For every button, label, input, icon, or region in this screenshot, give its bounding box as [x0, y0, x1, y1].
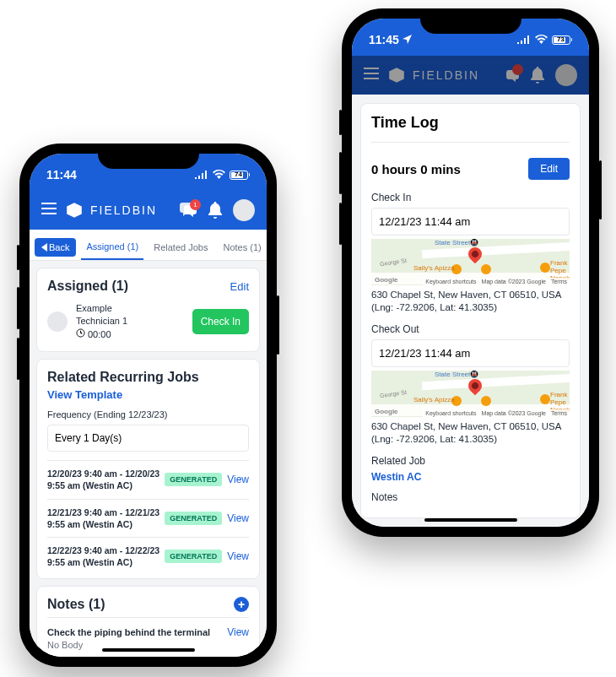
- edit-button[interactable]: Edit: [528, 158, 570, 180]
- checkin-button[interactable]: Check In: [192, 309, 249, 334]
- volume-up: [17, 287, 19, 329]
- bell-icon[interactable]: [528, 66, 547, 84]
- wifi-icon: [213, 168, 225, 181]
- tab-related[interactable]: Related Jobs: [149, 236, 213, 259]
- phone-mockup-right: 11:45 73: [342, 8, 599, 537]
- checkin-label: Check In: [371, 192, 570, 203]
- job-row: 12/22/23 9:40 am - 12/22/23 9:55 am (Wes…: [47, 537, 249, 575]
- wifi-icon: [535, 33, 548, 46]
- notification-badge: [512, 64, 523, 75]
- notification-badge: 1: [190, 199, 201, 210]
- job-row: 12/20/23 9:40 am - 12/20/23 9:55 am (Wes…: [47, 460, 249, 498]
- volume-switch: [17, 245, 19, 270]
- phone-notch: [420, 8, 521, 34]
- clock-icon: [76, 328, 85, 341]
- battery-icon: 74: [230, 171, 251, 180]
- poi-icon: [540, 263, 550, 273]
- battery-icon: 73: [552, 35, 573, 45]
- power-button: [277, 295, 279, 355]
- bell-icon[interactable]: [206, 201, 224, 219]
- poi-icon: [540, 394, 550, 404]
- frequency-value: Every 1 Day(s): [47, 425, 249, 452]
- recurring-title: Related Recurring Jobs: [47, 370, 249, 385]
- poi-icon: [481, 396, 491, 406]
- tab-assigned[interactable]: Assigned (1): [81, 235, 143, 260]
- poi-icon: [481, 264, 491, 274]
- recurring-card: Related Recurring Jobs View Template Fre…: [36, 359, 260, 579]
- duration-text: 0 hours 0 mins: [371, 162, 461, 176]
- generated-badge: GENERATED: [165, 512, 222, 525]
- brand-text: FIELDBIN: [413, 68, 479, 82]
- checkin-map[interactable]: State Street🚇 George St Fair St Sally's …: [371, 239, 570, 285]
- checkout-label: Check Out: [371, 323, 570, 335]
- note-item: Check the piping behind the terminal No …: [47, 617, 249, 652]
- checkin-field[interactable]: 12/21/23 11:44 am: [371, 208, 570, 236]
- job-row: 12/21/23 9:40 am - 12/21/23 9:55 am (Wes…: [47, 499, 249, 537]
- map-attribution: Keyboard shortcuts Map data ©2023 Google…: [423, 278, 570, 285]
- view-template-link[interactable]: View Template: [47, 388, 249, 401]
- frequency-label: Frequency (Ending 12/23/23): [47, 409, 249, 420]
- tabs-row: Back Assigned (1) Related Jobs Notes (1)…: [30, 230, 267, 261]
- street-label: State Street🚇: [435, 371, 478, 378]
- poi-label: Sally's Apizza: [413, 396, 455, 403]
- poi-label: Sally's Apizza: [413, 264, 455, 272]
- back-button[interactable]: Back: [35, 238, 76, 257]
- status-time: 11:45: [369, 33, 399, 46]
- volume-switch: [339, 110, 342, 135]
- phone-notch: [98, 144, 199, 169]
- street-label: George St: [380, 389, 408, 398]
- edit-link[interactable]: Edit: [230, 280, 249, 293]
- timelog-card: Time Log 0 hours 0 mins Edit Check In 12…: [360, 103, 581, 518]
- view-job-link[interactable]: View: [227, 550, 249, 562]
- menu-icon[interactable]: [41, 203, 57, 218]
- generated-badge: GENERATED: [165, 550, 222, 563]
- notes-title: Notes (1): [47, 597, 105, 612]
- checkout-map[interactable]: State Street🚇 George St Fair St Sally's …: [371, 371, 570, 417]
- notes-label: Notes: [371, 491, 570, 503]
- map-attribution: Keyboard shortcuts Map data ©2023 Google…: [423, 409, 570, 417]
- signal-icon: [517, 33, 531, 46]
- checkout-field[interactable]: 12/21/23 11:44 am: [371, 339, 570, 367]
- view-job-link[interactable]: View: [227, 474, 249, 485]
- brand: FIELDBIN: [65, 201, 157, 219]
- technician-avatar: [47, 311, 68, 332]
- home-indicator[interactable]: [424, 518, 517, 522]
- generated-badge: GENERATED: [165, 473, 222, 486]
- related-job-link[interactable]: Westin AC: [371, 471, 570, 483]
- app-header: FIELDBIN 1: [30, 191, 267, 230]
- power-button: [599, 160, 602, 219]
- status-time: 11:44: [46, 168, 77, 181]
- avatar[interactable]: [233, 199, 255, 221]
- phone-mockup-left: 11:44 74 FIELDBIN: [19, 144, 277, 667]
- volume-down: [339, 203, 342, 245]
- street-label: George St: [380, 257, 408, 267]
- google-logo: Google: [375, 408, 398, 415]
- volume-down: [17, 338, 19, 380]
- brand-text: FIELDBIN: [90, 203, 157, 217]
- chat-icon[interactable]: 1: [179, 201, 197, 219]
- notes-card: Notes (1) + Check the piping behind the …: [36, 586, 260, 657]
- street-label: State Street🚇: [435, 239, 478, 246]
- location-icon: [403, 33, 412, 46]
- technician-info: Example Technician 1 00:00: [76, 302, 184, 341]
- add-note-button[interactable]: +: [234, 597, 249, 612]
- assigned-title: Assigned (1): [47, 279, 128, 294]
- content-area: Assigned (1) Edit Example Technician 1 0…: [30, 261, 267, 657]
- brand: FIELDBIN: [387, 66, 479, 84]
- chat-icon[interactable]: [501, 66, 520, 84]
- brand-logo-icon: [65, 201, 84, 219]
- volume-up: [339, 152, 342, 194]
- tab-notes[interactable]: Notes (1): [218, 236, 266, 259]
- menu-icon[interactable]: [364, 68, 379, 83]
- app-header: FIELDBIN: [352, 56, 589, 95]
- avatar[interactable]: [555, 64, 577, 86]
- checkout-address: 630 Chapel St, New Haven, CT 06510, USA …: [371, 420, 570, 447]
- view-job-link[interactable]: View: [227, 512, 249, 524]
- timelog-content: Time Log 0 hours 0 mins Edit Check In 12…: [352, 95, 589, 527]
- google-logo: Google: [375, 276, 398, 284]
- view-note-link[interactable]: View: [227, 626, 249, 638]
- assigned-card: Assigned (1) Edit Example Technician 1 0…: [36, 268, 260, 352]
- checkin-address: 630 Chapel St, New Haven, CT 06510, USA …: [371, 289, 570, 315]
- timelog-title: Time Log: [371, 114, 570, 143]
- home-indicator[interactable]: [102, 648, 195, 652]
